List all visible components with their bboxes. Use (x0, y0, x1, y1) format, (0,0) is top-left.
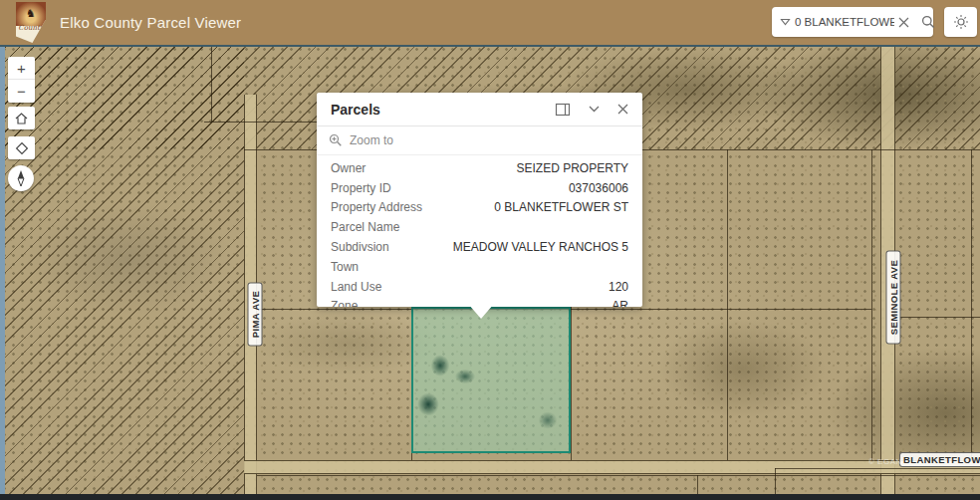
search-input[interactable] (793, 15, 896, 29)
home-button[interactable] (8, 107, 35, 129)
field-row-subdivision: Subdivsion MEADOW VALLEY RANCHOS 5 (331, 237, 628, 257)
zoom-to-icon (329, 133, 343, 147)
dock-popup-button[interactable] (555, 103, 571, 117)
popup-title: Parcels (331, 102, 537, 118)
hatched-parcels-left[interactable] (5, 47, 244, 494)
selected-parcel-highlight[interactable] (411, 307, 571, 453)
search-submit-button[interactable] (919, 13, 937, 31)
field-row-land-use: Land Use 120 (331, 277, 628, 297)
close-icon (617, 104, 628, 115)
clear-search-button[interactable] (896, 15, 911, 30)
clear-x-icon (898, 17, 909, 28)
locate-icon (15, 141, 29, 155)
compass-needle-icon (14, 169, 28, 187)
field-row-owner: Owner SEIZED PROPERTY (331, 158, 628, 178)
vegetation-blob (535, 408, 561, 432)
zoom-to-label: Zoom to (350, 133, 393, 147)
search-source-dropdown[interactable] (778, 16, 793, 28)
sun-icon (953, 14, 969, 30)
search-icon (921, 15, 935, 29)
imagery-watermark: © EGAN (868, 457, 902, 466)
parcel-popup: Parcels Zoom to (317, 93, 642, 307)
zoom-in-button[interactable]: + (8, 57, 35, 80)
popup-caret (468, 304, 494, 319)
app-window: PIMA AVE SEMINOLE AVE BLANKETFLOWER © EG… (0, 0, 980, 500)
home-icon (14, 112, 29, 125)
map-left-edge (0, 45, 5, 494)
field-row-town: Town (331, 257, 628, 277)
chevron-down-icon (589, 106, 600, 113)
logo-artwork: ♞ (16, 2, 46, 26)
horse-rider-icon: ♞ (16, 3, 46, 23)
page-title: Elko County Parcel Viewer (60, 0, 241, 45)
street-label-seminole-ave: SEMINOLE AVE (886, 251, 901, 345)
vegetation-blob (451, 367, 479, 386)
zoom-widget: + − (8, 57, 35, 103)
street-label-blanketflower: BLANKETFLOWER (899, 452, 980, 467)
street-label-pima-ave: PIMA AVE (248, 283, 263, 347)
map-top-edge (0, 45, 980, 47)
field-row-parcel-name: Parcel Name (331, 217, 628, 237)
zoom-out-button[interactable]: − (8, 80, 35, 103)
vegetation-blob (427, 351, 453, 380)
compass-button[interactable] (8, 165, 34, 191)
popup-fields: Owner SEIZED PROPERTY Property ID 037036… (317, 155, 642, 307)
locate-button[interactable] (8, 136, 35, 159)
popup-header: Parcels (317, 93, 642, 126)
dock-icon (555, 103, 571, 117)
close-popup-button[interactable] (617, 104, 628, 115)
collapse-popup-button[interactable] (589, 106, 600, 113)
dropdown-triangle-icon (780, 18, 791, 26)
search-widget (772, 7, 933, 37)
theme-toggle-button[interactable] (944, 7, 977, 37)
field-row-property-id: Property ID 037036006 (331, 178, 628, 198)
vegetation-blob (413, 388, 443, 420)
field-row-property-address: Property Address 0 BLANKETFLOWER ST (331, 198, 628, 218)
zoom-to-action[interactable]: Zoom to (317, 126, 642, 155)
bottom-edge-strip (0, 494, 980, 500)
